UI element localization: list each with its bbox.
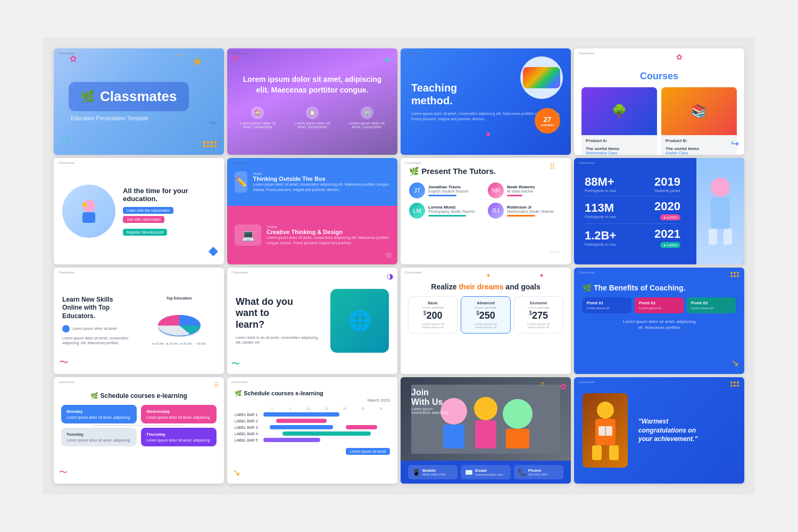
- email-icon: ✉️: [465, 469, 473, 476]
- top-title: Thinking Outside The Box: [253, 176, 390, 182]
- schedule-line: [92, 425, 185, 426]
- email-label: Email: [475, 468, 503, 473]
- tutor-name-2: Noah Roberts: [507, 185, 535, 189]
- svg-rect-15: [506, 429, 529, 448]
- deco-star-s11: ✦: [486, 272, 491, 279]
- join-heading: JoinWith Us: [411, 388, 448, 407]
- pie-label: Top Education: [166, 296, 192, 300]
- phone-value: 024-532-4567: [528, 473, 548, 476]
- logo-box: 🌿 Classmates: [69, 82, 189, 111]
- slide-3-stat: 27 activities: [535, 108, 560, 134]
- tutor-bar-2: [507, 195, 522, 196]
- slide-12: Classmates 🌿 The Benefits of Coaching. P…: [574, 268, 744, 374]
- day-monday-text: Lorem ipsum dolor sit amet, adipiscing: [66, 415, 131, 419]
- gantt-row-2: LABEL BAR 2: [235, 419, 390, 423]
- slide-3: Classmates Teachingmethod. Lorem ipsum d…: [401, 48, 571, 155]
- deco-dots-s7: ⠿: [550, 162, 555, 171]
- child-circle: [62, 185, 115, 238]
- slide-11-label: Classmates: [405, 271, 421, 274]
- slide-10-heading: What do youwant tolearn?: [236, 296, 324, 331]
- price-exclusive: 275: [532, 310, 548, 321]
- slide-9-left: Learn New SkillsOnline with TopEducators…: [62, 296, 135, 346]
- slide-2-bottom: 🏠 Lorem ipsum dolor sitamet, consectetur…: [236, 106, 389, 129]
- stat-num-3: 1.2B+: [585, 229, 616, 243]
- svg-point-12: [474, 397, 497, 420]
- day-wednesday-name: Wednesday: [146, 409, 211, 414]
- product-b-class: English Class: [661, 151, 737, 155]
- stat-badge-2: ● Lorem: [660, 214, 680, 220]
- schedule-grid: Monday Lorem ipsum dolor sit amet, adipi…: [61, 405, 217, 446]
- tutor-role-2: At Vitae teacher: [507, 189, 535, 193]
- pencil-icon: ✏️: [235, 171, 247, 193]
- slide-3-image: [520, 56, 563, 99]
- slide-9-heading: Learn New SkillsOnline with TopEducators…: [62, 296, 135, 321]
- slide-11: Classmates ✦ ✦ Realize their dreams and …: [401, 268, 571, 374]
- gantt-bar-3a: [270, 425, 333, 429]
- deco-zigzag: ≋: [385, 250, 392, 260]
- deco-dots-s15: ⠿: [541, 381, 544, 387]
- day-monday: Monday Lorem ipsum dolor sit amet, adipi…: [61, 405, 137, 423]
- day-wednesday: Wednesday Lorem ipsum dolor sit amet, ad…: [141, 405, 217, 423]
- tutor-info-2: Noah Roberts At Vitae teacher: [507, 185, 535, 196]
- slide-5: Classmates All the time for youreducatio…: [54, 158, 224, 264]
- gantt-bar-2: [276, 419, 327, 423]
- tutor-bar-4: [507, 215, 535, 217]
- tutor-info-3: Lorena Muniz Photography Studio Teacher: [428, 205, 475, 217]
- slide-4: Classmates ✿ ↪ Courses 🌳 Product A: The …: [574, 48, 744, 155]
- btn-3: Register New Account: [123, 229, 167, 236]
- slide-12-heading: 🌿 The Benefits of Coaching.: [583, 284, 736, 292]
- pricing-basic: Basic Lorem package $ 200 Lorem ipsum si…: [408, 296, 458, 334]
- svg-rect-6: [724, 229, 732, 245]
- wave-deco-s9: 〜: [59, 356, 69, 369]
- tier-basic: Basic: [428, 301, 438, 305]
- tutor-item-3: LM Lorena Muniz Photography Studio Teach…: [409, 203, 484, 219]
- slide-10-label: Classmates: [231, 271, 248, 274]
- point-2: Point 02Lorem ipsum sit: [635, 297, 684, 313]
- slide-4-heading: Courses: [581, 71, 737, 82]
- slide-10-image: 🌐: [330, 289, 389, 353]
- logo-text: Classmates: [100, 88, 177, 105]
- deco-dots: [203, 141, 217, 147]
- slide-2: Classmates ✦ ✿ Lorem ipsum dolor sit ame…: [227, 48, 397, 155]
- advanced-text: Lorem ipsum sitlorem ipsum sit: [475, 322, 497, 329]
- lego-block: [523, 67, 560, 88]
- slide-15-bottom: 📱 Mobile 0852-4568-2345 ✉️ Email classma…: [401, 461, 571, 484]
- slide-8: Classmates 88M+ Participants in now 2019…: [574, 158, 744, 264]
- slide-9-globe: Lorem ipsum dolor sit amet: [62, 325, 135, 332]
- product-card-a: 🌳 Product A: The useful items Mathematic…: [581, 87, 657, 155]
- gantt-row-1: LABEL BAR 1: [235, 412, 390, 417]
- globe-icon: [62, 325, 70, 332]
- slide-2-text-3: Lorem ipsum dolor sitamet, consectetur: [349, 121, 385, 129]
- pie-legend: ● 10.0% ● 20.0% ● 30.0% ● 40.0%: [152, 342, 206, 345]
- slide-13-label: Classmates: [58, 380, 74, 384]
- slide-14-month: March 2023: [235, 398, 390, 403]
- slide-2-item-1: 🏠 Lorem ipsum dolor sitamet, consectetur: [240, 106, 276, 129]
- deco-teal-s2: ✦: [383, 54, 392, 66]
- tutor-bar-1: [428, 195, 456, 196]
- deco-arrow-s12: ↘: [731, 357, 739, 369]
- price-basic: 200: [426, 310, 442, 321]
- bottom-tag: Online: [267, 225, 390, 229]
- slide-13: Classmates ⠿ 🌿 Schedule courses e-learni…: [54, 377, 224, 484]
- tutor-avatar-4: RJ: [488, 203, 504, 219]
- deco-wave-s13: 〜: [59, 467, 68, 478]
- tutor-info-4: Robinson Jr Mathematics Studio Teacher: [507, 205, 554, 217]
- stat-badge-3: ● Lorem: [660, 242, 680, 248]
- gantt-row-5: LABEL BAR 5: [235, 438, 390, 442]
- slide-14-label: Classmates: [231, 380, 248, 384]
- product-a-subname: The useful items: [581, 146, 657, 151]
- tutor-bar-3: [428, 215, 466, 217]
- stat-row-3: 1.2B+ Participants in now 2021 ● Lorem: [585, 224, 680, 251]
- slide-12-body: Lorem ipsum dolor sit amet, adipiscingel…: [583, 319, 736, 330]
- child-svg: [73, 195, 105, 227]
- stat-label-1: Participants in now: [585, 189, 616, 193]
- svg-rect-11: [443, 425, 464, 448]
- deco-pink-s11: ✦: [539, 272, 544, 279]
- contact-phone: 📞 Phone 024-532-4567: [514, 465, 563, 479]
- svg-point-16: [597, 402, 614, 419]
- slide-10-left: What do youwant tolearn? Lorem dolor in …: [236, 296, 324, 345]
- basic-text: Lorem ipsum sitlorem ipsum sit: [421, 322, 444, 329]
- products-row: 🌳 Product A: The useful items Mathematic…: [581, 87, 737, 155]
- day-tuesday: Tuesday Lorem ipsum dolor sit amet, adip…: [61, 428, 137, 446]
- deco-dots-s12: [730, 272, 739, 277]
